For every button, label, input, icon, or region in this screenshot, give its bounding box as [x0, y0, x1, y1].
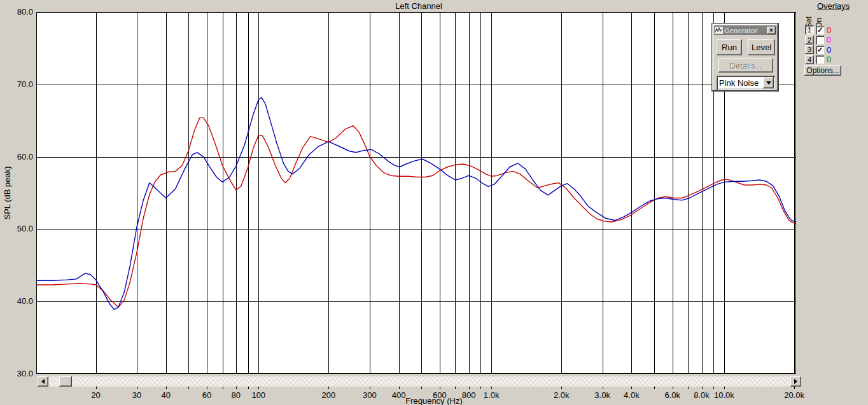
- x-tick-label: 4.0k: [624, 390, 640, 400]
- overlay-row-1: 1✓0: [805, 25, 843, 34]
- overlay-row-4: 40: [805, 55, 843, 64]
- x-tick-label: 80: [232, 390, 241, 400]
- overlay-set-button-1[interactable]: 1: [805, 25, 814, 34]
- y-tick-label: 80.0: [17, 7, 33, 17]
- waveform-icon: [715, 27, 723, 34]
- signal-type-select[interactable]: Pink Noise: [717, 76, 775, 90]
- horizontal-scrollbar[interactable]: [38, 376, 801, 387]
- overlay-level-value-1: 0: [827, 25, 831, 35]
- chart-title: Left Channel: [395, 1, 442, 11]
- x-tick-label: 40: [161, 390, 170, 400]
- x-tick-label: 400: [392, 390, 406, 400]
- details-button: Details...: [718, 58, 773, 72]
- x-tick-label: 200: [322, 390, 336, 400]
- overlay-set-button-2[interactable]: 2: [805, 36, 814, 45]
- x-tick-label: 6.0k: [665, 390, 681, 400]
- y-tick-label: 40.0: [17, 296, 33, 306]
- x-tick-label: 10.0k: [714, 390, 734, 400]
- x-tick-label: 30: [132, 390, 141, 400]
- generator-dialog-title: Generator: [724, 27, 767, 34]
- app-window: { "chart_data": { "type": "line", "title…: [0, 0, 868, 405]
- overlay-set-button-4[interactable]: 4: [805, 55, 814, 64]
- x-tick-label: 300: [363, 390, 377, 400]
- overlay-level-value-2: 0: [827, 35, 831, 45]
- level-button[interactable]: Level: [748, 39, 775, 55]
- x-tick-label: 60: [202, 390, 211, 400]
- overlay-level-value-3: 0: [827, 45, 831, 55]
- x-tick-label: 800: [462, 390, 476, 400]
- y-axis-title: SPL (dB peak): [3, 166, 12, 219]
- chevron-down-icon: [766, 81, 771, 85]
- overlay-on-checkbox-1-checked[interactable]: ✓: [816, 26, 824, 34]
- x-tick-label: 8.0k: [694, 390, 710, 400]
- combo-dropdown-button[interactable]: [763, 77, 774, 88]
- y-tick-label: 60.0: [17, 152, 33, 161]
- x-tick-label: 100: [251, 390, 265, 400]
- generator-titlebar[interactable]: Generator ×: [714, 25, 776, 35]
- run-button[interactable]: Run: [717, 39, 742, 55]
- overlay-row-2: 20: [805, 36, 843, 45]
- y-tick-label: 30.0: [17, 369, 33, 378]
- right-arrow-icon: [794, 379, 797, 384]
- overlay-on-checkbox-3-checked[interactable]: ✓: [816, 46, 824, 54]
- close-icon[interactable]: ×: [767, 27, 776, 34]
- scrollbar-right-arrow-button[interactable]: [790, 376, 801, 387]
- scrollbar-left-arrow-button[interactable]: [38, 376, 48, 387]
- overlay-set-button-3[interactable]: 3: [805, 45, 814, 54]
- scrollbar-thumb[interactable]: [59, 376, 72, 387]
- x-axis-title: Frequency (Hz): [405, 396, 463, 405]
- y-tick-label: 70.0: [17, 79, 33, 89]
- x-tick-label: 20.0k: [784, 390, 804, 400]
- overlay-level-value-4: 0: [827, 55, 831, 64]
- x-tick-label: 2.0k: [554, 390, 570, 400]
- left-arrow-icon: [41, 379, 45, 384]
- generator-dialog: Generator × Run Level Details... Pink No…: [712, 24, 778, 91]
- x-tick-label: 3.0k: [594, 390, 610, 400]
- x-tick-label: 1.0k: [484, 390, 500, 400]
- overlay-on-checkbox-4-unchecked[interactable]: [816, 55, 824, 64]
- signal-type-value: Pink Noise: [719, 78, 759, 88]
- overlay-row-3: 3✓0: [805, 45, 843, 54]
- x-tick-label: 20: [91, 390, 100, 400]
- options-button[interactable]: Options...: [804, 65, 841, 76]
- overlay-on-checkbox-2-unchecked[interactable]: [816, 36, 824, 44]
- y-tick-label: 50.0: [17, 224, 33, 233]
